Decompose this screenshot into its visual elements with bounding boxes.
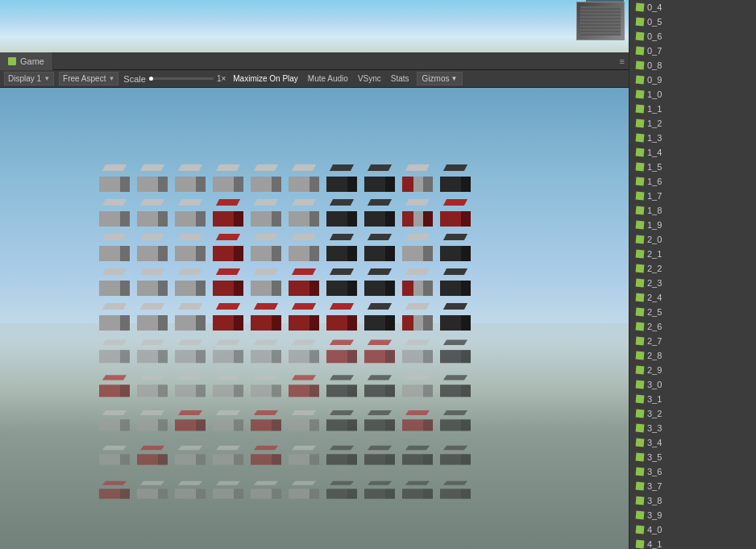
sidebar-item[interactable]: 4_1 [629, 537, 756, 549]
cube-icon [636, 264, 645, 273]
list-item [362, 443, 396, 466]
sidebar-item[interactable]: 1_2 [629, 116, 756, 131]
sidebar-item[interactable]: 2_1 [629, 247, 756, 261]
cube-icon [636, 134, 645, 143]
game-tab[interactable]: Game [0, 52, 53, 70]
sidebar-item[interactable]: 0_5 [629, 15, 756, 29]
list-item [172, 264, 206, 298]
sidebar-item-label: 3_8 [647, 496, 662, 505]
sidebar-item[interactable]: 2_0 [629, 232, 756, 247]
cube-icon [636, 351, 645, 360]
aspect-select[interactable]: Free Aspect ▼ [59, 72, 118, 85]
list-item [324, 443, 358, 466]
sidebar-item[interactable]: 1_3 [629, 131, 756, 145]
cube-icon [636, 221, 645, 230]
sidebar-item[interactable]: 1_0 [629, 87, 756, 102]
list-item [248, 336, 282, 365]
cube-icon [636, 105, 645, 114]
sidebar-item[interactable]: 3_4 [629, 435, 756, 450]
sidebar-item-label: 4_1 [647, 539, 662, 549]
sidebar-item-label: 2_0 [647, 235, 662, 244]
sidebar-item[interactable]: 0_6 [629, 29, 756, 44]
sidebar-item[interactable]: 3_9 [629, 508, 756, 522]
sidebar-item[interactable]: 1_1 [629, 102, 756, 116]
mute-button[interactable]: Mute Audio [305, 74, 351, 83]
vsync-button[interactable]: VSync [355, 74, 384, 83]
sidebar-item[interactable]: 2_3 [629, 276, 756, 290]
sidebar-item[interactable]: 3_1 [629, 392, 756, 406]
sidebar-item[interactable]: 3_2 [629, 406, 756, 421]
sidebar-item[interactable]: 2_6 [629, 319, 756, 334]
stats-button[interactable]: Stats [388, 74, 412, 83]
right-sidebar: 0_40_50_60_70_80_91_01_11_21_31_41_51_61… [629, 0, 756, 549]
list-item [248, 230, 282, 264]
list-item [438, 478, 471, 500]
sidebar-item[interactable]: 2_7 [629, 334, 756, 348]
list-item [97, 478, 131, 500]
sidebar-item[interactable]: 3_5 [629, 450, 756, 464]
list-item [97, 407, 131, 433]
list-item [248, 195, 282, 229]
sidebar-item[interactable]: 1_9 [629, 218, 756, 232]
list-item [97, 336, 131, 365]
list-item [97, 443, 131, 466]
sidebar-item[interactable]: 1_6 [629, 174, 756, 189]
sidebar-item-label: 2_6 [647, 322, 662, 331]
sidebar-item[interactable]: 0_8 [629, 58, 756, 73]
tab-menu-icon[interactable]: ≡ [620, 56, 629, 66]
sidebar-item[interactable]: 2_5 [629, 305, 756, 319]
scale-track[interactable] [149, 77, 214, 80]
sidebar-item[interactable]: 2_8 [629, 348, 756, 363]
sidebar-item[interactable]: 1_7 [629, 189, 756, 203]
cube-icon [636, 439, 645, 447]
sidebar-item-label: 1_4 [647, 148, 662, 157]
list-item [362, 478, 396, 500]
scale-control: Scale 1× [123, 74, 226, 84]
sidebar-item[interactable]: 3_0 [629, 377, 756, 392]
sidebar-item-label: 4_0 [647, 525, 662, 534]
sidebar-item[interactable]: 2_4 [629, 290, 756, 305]
list-item [172, 299, 206, 333]
display-select-arrow: ▼ [44, 75, 50, 82]
maximize-button[interactable]: Maximize On Play [231, 74, 301, 83]
sidebar-item[interactable]: 3_3 [629, 421, 756, 435]
cube-icon [636, 163, 645, 172]
cube-icon [636, 293, 645, 302]
sidebar-item[interactable]: 2_9 [629, 363, 756, 377]
cube-icon [636, 32, 645, 41]
sidebar-item[interactable]: 3_7 [629, 479, 756, 493]
sidebar-item[interactable]: 0_9 [629, 73, 756, 87]
sidebar-item[interactable]: 3_6 [629, 464, 756, 479]
list-item [438, 160, 471, 194]
list-item [400, 160, 434, 194]
sidebar-item[interactable]: 1_4 [629, 145, 756, 160]
sidebar-item[interactable]: 0_7 [629, 44, 756, 58]
list-item [362, 230, 396, 264]
camera-preview-thumbnail[interactable] [576, 2, 625, 40]
sidebar-item[interactable]: 1_8 [629, 203, 756, 218]
list-item [248, 299, 282, 333]
sidebar-item[interactable]: 1_5 [629, 160, 756, 174]
sidebar-item[interactable]: 3_8 [629, 493, 756, 508]
sidebar-item-label: 0_5 [647, 17, 662, 27]
cube-icon [636, 148, 645, 157]
list-item [248, 264, 282, 298]
sidebar-item[interactable]: 0_4 [629, 0, 756, 15]
list-item [210, 336, 244, 365]
sidebar-item[interactable]: 2_2 [629, 261, 756, 276]
game-panel: nera Prev Game ≡ Display 1 ▼ Free Aspect… [0, 0, 629, 549]
list-item [248, 372, 282, 399]
display-select[interactable]: Display 1 ▼ [4, 72, 54, 85]
sidebar-item-label: 3_2 [647, 409, 662, 418]
sidebar-item-label: 1_9 [647, 220, 662, 230]
list-item [286, 195, 320, 229]
sidebar-item[interactable]: 4_0 [629, 522, 756, 537]
sidebar-item-label: 2_7 [647, 336, 662, 346]
sidebar-item-label: 3_3 [647, 423, 662, 433]
gizmos-button[interactable]: Gizmos ▼ [417, 72, 463, 85]
list-item [248, 407, 282, 433]
list-item [210, 264, 244, 298]
list-item [135, 264, 168, 298]
game-tab-bar: Game ≡ [0, 52, 629, 70]
cube-icon [636, 322, 645, 331]
